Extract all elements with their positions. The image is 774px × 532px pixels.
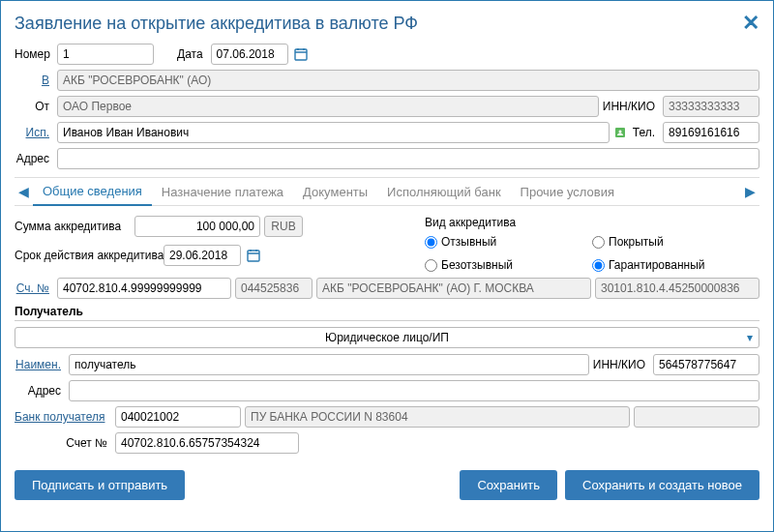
calendar-icon[interactable] [292, 45, 310, 63]
sign-send-button[interactable]: Подписать и отправить [15, 470, 185, 500]
tab-documents[interactable]: Документы [293, 179, 377, 205]
recipient-bank-bik-input[interactable] [115, 406, 241, 428]
recipient-account-label: Счет № [15, 436, 111, 450]
bik-input [235, 278, 313, 299]
number-input[interactable] [57, 44, 154, 65]
radio-otzyvny[interactable]: Отзывный [425, 235, 592, 249]
recipient-bank-label[interactable]: Банк получателя [15, 410, 111, 424]
date-label: Дата [177, 47, 207, 61]
recipient-bank-extra-input [634, 406, 759, 428]
window-title: Заявление на открытие аккредитива в валю… [15, 14, 418, 34]
sch-label[interactable]: Сч. № [15, 281, 53, 295]
svg-rect-0 [295, 49, 307, 60]
isp-label[interactable]: Исп. [15, 126, 53, 139]
recipient-inn-input[interactable] [653, 354, 759, 375]
addr-input[interactable] [57, 148, 759, 169]
v-label[interactable]: В [15, 74, 53, 87]
contact-icon[interactable] [613, 125, 629, 140]
recipient-type-value: Юридическое лицо/ИП [20, 331, 754, 344]
date-input[interactable] [211, 44, 288, 65]
v-input [57, 70, 759, 91]
radio-bezotzyvny[interactable]: Безотзывный [425, 258, 592, 272]
svg-point-2 [618, 131, 621, 133]
tel-label: Тел. [633, 126, 659, 139]
recipient-type-select[interactable]: Юридическое лицо/ИП ▾ [15, 327, 759, 348]
corr-input [595, 278, 759, 299]
tel-input[interactable] [663, 122, 759, 143]
tab-scroll-right-icon[interactable]: ▶ [741, 184, 759, 199]
from-input [57, 96, 599, 117]
inn-input [663, 96, 759, 117]
radio-garantirovanny[interactable]: Гарантированный [592, 258, 759, 272]
currency-input [264, 216, 303, 237]
tab-executing-bank[interactable]: Исполняющий банк [377, 179, 510, 205]
recipient-name-label[interactable]: Наимен. [15, 358, 65, 371]
recipient-header: Получатель [15, 305, 759, 321]
kind-label: Вид аккредитива [425, 216, 759, 229]
sum-label: Сумма аккредитива [15, 220, 131, 233]
tab-bar: ◀ Общие сведения Назначение платежа Доку… [15, 177, 759, 206]
tab-purpose[interactable]: Назначение платежа [152, 179, 293, 205]
from-label: От [15, 100, 53, 113]
recipient-addr-label: Адрес [15, 384, 65, 398]
term-input[interactable] [164, 245, 241, 266]
close-icon[interactable]: ✕ [742, 11, 759, 36]
number-label: Номер [15, 47, 53, 61]
recipient-inn-label: ИНН/КИО [593, 358, 649, 371]
chevron-down-icon: ▾ [747, 331, 753, 344]
bank-name-input [316, 278, 591, 299]
addr-label: Адрес [15, 152, 53, 165]
recipient-addr-input[interactable] [69, 380, 759, 401]
radio-pokrytiy[interactable]: Покрытый [592, 235, 759, 249]
tab-general[interactable]: Общие сведения [33, 178, 152, 206]
isp-input[interactable] [57, 122, 610, 143]
inn-label: ИНН/КИО [603, 100, 659, 113]
recipient-account-input[interactable] [115, 432, 299, 454]
save-button[interactable]: Сохранить [460, 470, 557, 500]
recipient-bank-name-input [245, 406, 630, 428]
term-label: Срок действия аккредитива [15, 249, 160, 262]
recipient-name-input[interactable] [69, 354, 589, 375]
sch-input[interactable] [57, 278, 231, 299]
calendar-icon[interactable] [245, 247, 262, 264]
sum-input[interactable] [134, 216, 260, 237]
svg-rect-3 [248, 251, 259, 261]
save-create-new-button[interactable]: Сохранить и создать новое [565, 470, 759, 500]
tab-scroll-left-icon[interactable]: ◀ [15, 184, 33, 199]
tab-other[interactable]: Прочие условия [511, 179, 624, 205]
